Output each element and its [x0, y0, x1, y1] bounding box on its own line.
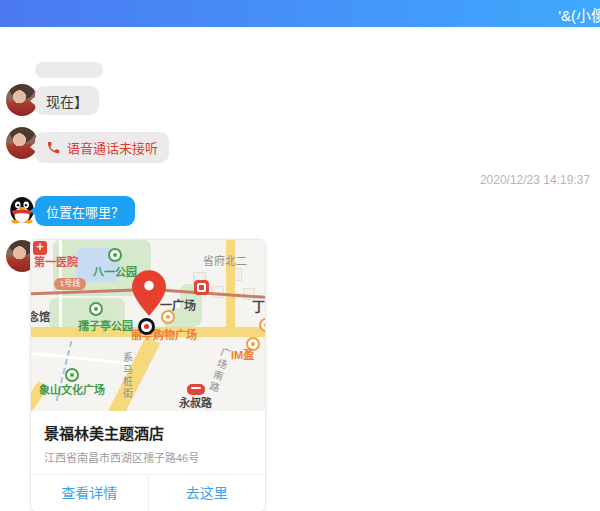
view-details-button[interactable]: 查看详情: [31, 475, 148, 511]
map-label-guangchang-south: 广场南路: [206, 346, 231, 395]
phone-icon: [46, 140, 61, 155]
missed-call-text: 语音通话未接听: [67, 138, 158, 157]
message-text: 现在】: [46, 91, 88, 111]
chat-title: '&(小傻: [558, 4, 600, 25]
map-label-hospital: 第一医院: [34, 257, 78, 269]
map-label-ruzi-park: 孺子亭公园: [78, 321, 133, 333]
current-location-marker: [138, 318, 155, 335]
map-label-shengfu-north: 省府北二: [203, 256, 247, 268]
message-bubble[interactable]: 现在】: [35, 86, 99, 115]
map-label-bayi-park: 八一公园: [93, 267, 137, 279]
location-pin-icon: [132, 270, 166, 316]
location-address: 江西省南昌市西湖区孺子路46号: [44, 449, 252, 465]
map-road-yellow: [108, 336, 161, 411]
metro-station-badge: [187, 384, 205, 395]
map-label-xiangshan-square: 象山文化广场: [39, 385, 105, 397]
map-label-metro-line1: 1号线: [54, 278, 86, 290]
location-card: + 第一医院 八一公园 省府北二 1号线 念馆 孺子亭公园 一广场 丁 丽华购物…: [30, 239, 266, 511]
park-icon: [65, 368, 79, 382]
message-bubble[interactable]: 位置在哪里？: [35, 196, 135, 226]
map-label-memorial: 念馆: [31, 312, 50, 324]
map-label-im-ying: IM盈: [231, 350, 254, 362]
hospital-icon: +: [33, 241, 47, 255]
redacted-message-bubble: [35, 62, 103, 78]
message-text: 位置在哪里？: [46, 202, 124, 221]
card-actions: 查看详情 去这里: [31, 474, 265, 511]
map-label-ding: 丁: [252, 300, 265, 314]
park-icon: [89, 302, 103, 316]
map-label-xima-street: 系马桩街: [121, 352, 132, 400]
map-label-yongshu-road: 永叔路: [179, 398, 212, 410]
location-name: 景福林美主题酒店: [44, 422, 252, 443]
chat-header: '&(小傻: [0, 0, 600, 27]
location-info: 景福林美主题酒店 江西省南昌市西湖区孺子路46号: [31, 411, 265, 474]
go-here-button[interactable]: 去这里: [148, 475, 266, 511]
metro-station-icon: [194, 280, 209, 295]
missed-call-bubble[interactable]: 语音通话未接听: [35, 132, 169, 163]
park-icon: [108, 248, 122, 262]
map-preview[interactable]: + 第一医院 八一公园 省府北二 1号线 念馆 孺子亭公园 一广场 丁 丽华购物…: [31, 240, 265, 411]
timestamp: 2020/12/23 14:19:37: [480, 173, 590, 187]
